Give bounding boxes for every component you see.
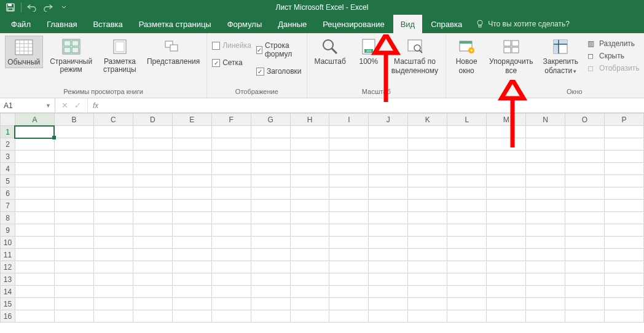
cell[interactable] [329, 261, 369, 273]
cell[interactable] [172, 273, 211, 286]
cell[interactable] [447, 175, 487, 187]
cell[interactable] [172, 212, 211, 224]
cell[interactable] [329, 200, 369, 212]
cell[interactable] [487, 151, 526, 163]
cell[interactable] [93, 200, 133, 212]
column-header[interactable]: B [54, 114, 93, 126]
undo-button[interactable] [25, 1, 39, 14]
cell[interactable] [15, 249, 54, 261]
cell[interactable] [565, 163, 605, 175]
cell[interactable] [211, 187, 251, 200]
row-header[interactable]: 1 [1, 126, 15, 138]
cell[interactable] [447, 261, 487, 273]
cell[interactable] [133, 212, 172, 224]
tab-home[interactable]: Главная [39, 15, 84, 33]
page-break-button[interactable]: Страничный режим [48, 36, 95, 75]
cell[interactable] [605, 298, 644, 310]
cell[interactable] [408, 163, 447, 175]
cell[interactable] [487, 212, 526, 224]
cell[interactable] [251, 126, 290, 138]
cell[interactable] [487, 310, 526, 323]
cell[interactable] [329, 212, 369, 224]
zoom-100-button[interactable]: 100 100% [353, 36, 384, 67]
cell[interactable] [15, 237, 54, 249]
cell[interactable] [369, 126, 408, 138]
cell[interactable] [487, 286, 526, 298]
column-header[interactable]: P [605, 114, 644, 126]
row-header[interactable]: 8 [1, 212, 15, 224]
cell[interactable] [329, 273, 369, 286]
cell[interactable] [526, 273, 565, 286]
cell[interactable] [290, 249, 329, 261]
tab-help[interactable]: Справка [423, 15, 469, 33]
cell[interactable] [447, 286, 487, 298]
cell[interactable] [565, 138, 605, 151]
cell[interactable] [526, 126, 565, 138]
cell[interactable] [93, 261, 133, 273]
cell[interactable] [447, 163, 487, 175]
cell[interactable] [605, 224, 644, 237]
cell[interactable] [251, 224, 290, 237]
cell[interactable] [565, 200, 605, 212]
cell[interactable] [605, 151, 644, 163]
cell[interactable] [15, 212, 54, 224]
cell[interactable] [329, 298, 369, 310]
cell[interactable] [211, 261, 251, 273]
cell[interactable] [565, 224, 605, 237]
column-header[interactable]: A [15, 114, 54, 126]
cell[interactable] [369, 224, 408, 237]
cell[interactable] [565, 151, 605, 163]
cell[interactable] [526, 151, 565, 163]
qat-customize-button[interactable] [57, 1, 71, 14]
column-header[interactable]: I [329, 114, 369, 126]
enter-formula-button[interactable]: ✓ [74, 101, 81, 110]
cell[interactable] [369, 151, 408, 163]
cell[interactable] [172, 237, 211, 249]
cell[interactable] [211, 298, 251, 310]
cell[interactable] [329, 249, 369, 261]
cell[interactable] [526, 310, 565, 323]
formula-input[interactable] [103, 98, 644, 112]
tab-file[interactable]: Файл [4, 15, 38, 33]
cell[interactable] [565, 298, 605, 310]
cell[interactable] [605, 126, 644, 138]
cell[interactable] [251, 237, 290, 249]
cell[interactable] [15, 138, 54, 151]
tab-page-layout[interactable]: Разметка страницы [132, 15, 219, 33]
tell-me-search[interactable]: Что вы хотите сделать? [476, 15, 570, 33]
cell[interactable] [487, 175, 526, 187]
arrange-all-button[interactable]: Упорядочить все [487, 36, 535, 76]
cell[interactable] [290, 151, 329, 163]
cell[interactable] [447, 138, 487, 151]
column-header[interactable]: K [408, 114, 447, 126]
cell[interactable] [290, 224, 329, 237]
cell[interactable] [565, 175, 605, 187]
cell[interactable] [93, 163, 133, 175]
cell[interactable] [15, 151, 54, 163]
save-button[interactable] [4, 1, 17, 14]
cell[interactable] [54, 212, 93, 224]
tab-insert[interactable]: Вставка [85, 15, 130, 33]
cell[interactable] [369, 175, 408, 187]
column-header[interactable]: G [251, 114, 290, 126]
cell[interactable] [133, 249, 172, 261]
redo-button[interactable] [41, 1, 55, 14]
tab-review[interactable]: Рецензирование [315, 15, 391, 33]
cell[interactable] [290, 212, 329, 224]
cell[interactable] [54, 249, 93, 261]
cell[interactable] [133, 151, 172, 163]
cell[interactable] [211, 237, 251, 249]
cell[interactable] [605, 249, 644, 261]
cell[interactable] [211, 249, 251, 261]
cell[interactable] [565, 212, 605, 224]
cell[interactable] [133, 200, 172, 212]
cell[interactable] [605, 237, 644, 249]
cell[interactable] [329, 224, 369, 237]
cell[interactable] [565, 273, 605, 286]
cell[interactable] [15, 261, 54, 273]
cell[interactable] [251, 310, 290, 323]
row-header[interactable]: 5 [1, 175, 15, 187]
row-header[interactable]: 2 [1, 138, 15, 151]
row-header[interactable]: 13 [1, 273, 15, 286]
cell[interactable] [487, 298, 526, 310]
